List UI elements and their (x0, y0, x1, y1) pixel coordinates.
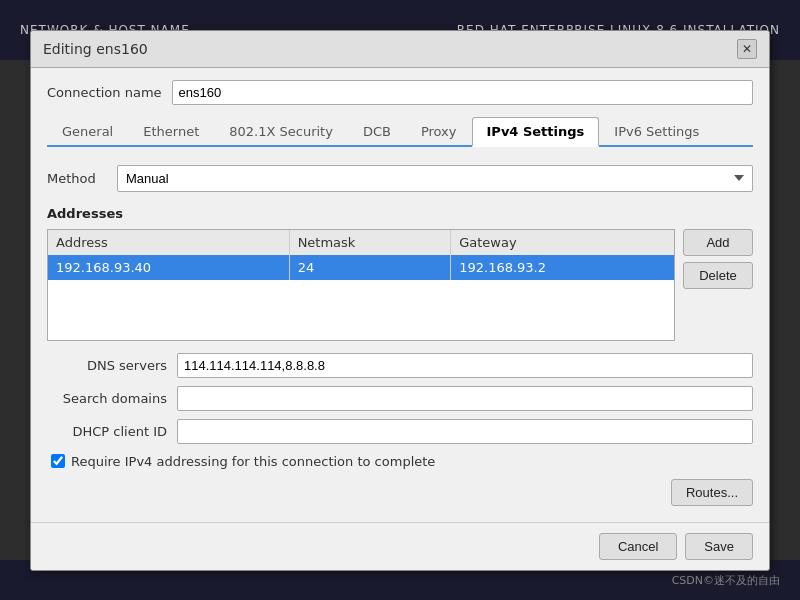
add-button[interactable]: Add (683, 229, 753, 256)
search-domains-row: Search domains (47, 386, 753, 411)
method-row: Method Manual Automatic (DHCP) Link-Loca… (47, 165, 753, 192)
method-select[interactable]: Manual Automatic (DHCP) Link-Local Only … (117, 165, 753, 192)
dhcp-label: DHCP client ID (47, 424, 167, 439)
col-netmask: Netmask (289, 230, 451, 255)
cell-netmask: 24 (289, 255, 451, 280)
cancel-button[interactable]: Cancel (599, 533, 677, 560)
dhcp-row: DHCP client ID (47, 419, 753, 444)
dns-input[interactable] (177, 353, 753, 378)
close-button[interactable]: ✕ (737, 39, 757, 59)
connection-name-input[interactable] (172, 80, 753, 105)
dns-row: DNS servers (47, 353, 753, 378)
cell-address: 192.168.93.40 (48, 255, 289, 280)
routes-button[interactable]: Routes... (671, 479, 753, 506)
addresses-container: Address Netmask Gateway 192.168.93.40 24… (47, 229, 753, 341)
tab-dcb[interactable]: DCB (348, 117, 406, 145)
col-gateway: Gateway (451, 230, 674, 255)
require-ipv4-checkbox[interactable] (51, 454, 65, 468)
table-row-empty (48, 280, 674, 340)
dhcp-input[interactable] (177, 419, 753, 444)
method-label: Method (47, 171, 107, 186)
addresses-table: Address Netmask Gateway 192.168.93.40 24… (48, 230, 674, 340)
connection-name-label: Connection name (47, 85, 162, 100)
address-buttons: Add Delete (683, 229, 753, 341)
routes-row: Routes... (47, 479, 753, 506)
tab-content-ipv4: Method Manual Automatic (DHCP) Link-Loca… (47, 161, 753, 510)
search-input[interactable] (177, 386, 753, 411)
tab-ethernet[interactable]: Ethernet (128, 117, 214, 145)
col-address: Address (48, 230, 289, 255)
checkbox-label: Require IPv4 addressing for this connect… (71, 454, 435, 469)
checkbox-row: Require IPv4 addressing for this connect… (47, 454, 753, 469)
dialog-footer: Cancel Save (31, 522, 769, 570)
dialog-body: Connection name General Ethernet 802.1X … (31, 68, 769, 522)
dialog-title: Editing ens160 (43, 41, 148, 57)
search-label: Search domains (47, 391, 167, 406)
tab-ipv6[interactable]: IPv6 Settings (599, 117, 714, 145)
tab-security[interactable]: 802.1X Security (214, 117, 348, 145)
tab-ipv4[interactable]: IPv4 Settings (472, 117, 600, 147)
connection-name-row: Connection name (47, 80, 753, 105)
dns-label: DNS servers (47, 358, 167, 373)
tab-general[interactable]: General (47, 117, 128, 145)
dialog-overlay: Editing ens160 ✕ Connection name General… (0, 0, 800, 600)
table-header-row: Address Netmask Gateway (48, 230, 674, 255)
addresses-title: Addresses (47, 206, 753, 221)
delete-button[interactable]: Delete (683, 262, 753, 289)
editing-dialog: Editing ens160 ✕ Connection name General… (30, 30, 770, 571)
tab-proxy[interactable]: Proxy (406, 117, 472, 145)
tab-bar: General Ethernet 802.1X Security DCB Pro… (47, 117, 753, 147)
dialog-titlebar: Editing ens160 ✕ (31, 31, 769, 68)
save-button[interactable]: Save (685, 533, 753, 560)
addresses-table-wrapper: Address Netmask Gateway 192.168.93.40 24… (47, 229, 675, 341)
table-row[interactable]: 192.168.93.40 24 192.168.93.2 (48, 255, 674, 280)
cell-gateway: 192.168.93.2 (451, 255, 674, 280)
